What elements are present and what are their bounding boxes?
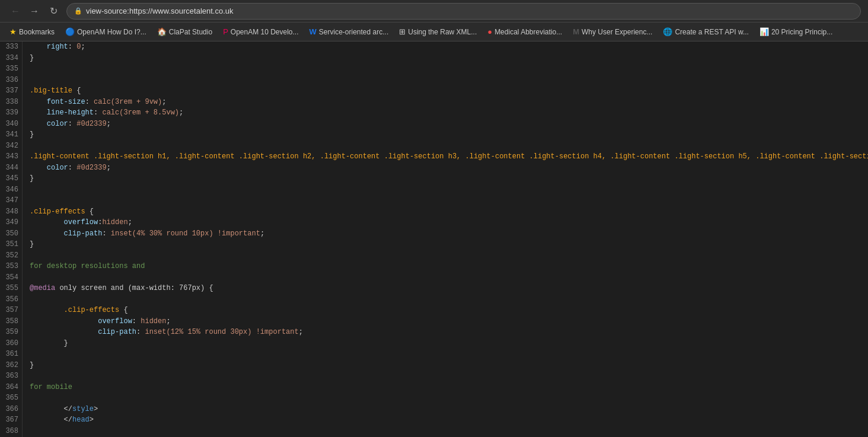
code-line <box>30 294 868 305</box>
code-line <box>30 250 868 261</box>
bookmark-item-medical[interactable]: ● Medical Abbreviatio... <box>483 25 567 38</box>
line-number: 364 <box>0 382 22 393</box>
code-line: } <box>30 338 868 349</box>
code-line: </style> <box>30 404 868 415</box>
forward-button[interactable]: → <box>26 3 43 20</box>
bookmark-label: Why User Experienc... <box>582 28 652 36</box>
code-line: clip-path: inset(12% 15% round 30px) !im… <box>30 327 868 338</box>
bookmark-label: OpenAM 10 Develo... <box>231 28 299 36</box>
code-line: } <box>30 53 868 64</box>
code-line <box>30 371 868 382</box>
code-line: color: #0d2339; <box>30 119 868 130</box>
bookmark-label: Service-oriented arc... <box>319 28 388 36</box>
code-line: .clip-effects { <box>30 305 868 316</box>
line-number: 350 <box>0 228 22 240</box>
code-line <box>30 272 868 283</box>
browser-chrome: ← → ↻ 🔒 view-source:https://www.sourceta… <box>0 0 868 23</box>
bookmark-label: 20 Pricing Princip... <box>771 28 832 36</box>
bookmarks-bar: ★ Bookmarks 🔵 OpenAM How Do I?... 🏠 ClaP… <box>0 23 868 42</box>
address-bar[interactable]: 🔒 view-source:https://www.sourcetalent.c… <box>66 3 861 20</box>
bookmark-icon-openam: 🔵 <box>65 27 75 36</box>
line-number: 362 <box>0 360 22 371</box>
bookmark-item-service[interactable]: W Service-oriented arc... <box>305 25 394 38</box>
star-icon: ★ <box>9 27 17 36</box>
line-number: 337 <box>0 85 22 97</box>
line-number: 357 <box>0 305 22 316</box>
code-line <box>30 75 868 86</box>
back-button[interactable]: ← <box>7 3 24 20</box>
bookmark-label: Create a REST API w... <box>675 28 749 36</box>
bookmark-icon-openam10: P <box>223 27 228 36</box>
code-line: .light-content .light-section h1, .light… <box>30 151 868 162</box>
line-number: 366 <box>0 404 22 415</box>
url-text: view-source:https://www.sourcetalent.co.… <box>86 7 234 15</box>
code-line <box>30 426 868 437</box>
bookmark-icon-rest-api: 🌐 <box>663 27 672 36</box>
line-number: 359 <box>0 327 22 338</box>
bookmark-item-bookmarks[interactable]: ★ Bookmarks <box>5 25 59 38</box>
bookmark-label: ClaPat Studio <box>169 28 212 36</box>
line-number: 346 <box>0 184 22 196</box>
bookmark-icon-rawxml: ⊞ <box>399 27 406 36</box>
code-line: .clip-effects { <box>30 206 868 218</box>
line-number: 344 <box>0 162 22 174</box>
bookmark-item-rawxml[interactable]: ⊞ Using the Raw XML... <box>394 25 481 38</box>
line-number: 338 <box>0 97 22 108</box>
nav-buttons: ← → ↻ <box>7 3 62 20</box>
lock-icon: 🔒 <box>74 7 82 15</box>
bookmark-icon-why-user: M <box>573 27 579 36</box>
line-number: 351 <box>0 239 22 250</box>
line-numbers: 3333343353363373383393403413423433443453… <box>0 42 23 437</box>
line-number: 333 <box>0 42 22 53</box>
line-number: 342 <box>0 141 22 152</box>
code-line <box>30 349 868 360</box>
code-line: @media only screen and (max-width: 767px… <box>30 283 868 294</box>
line-number: 363 <box>0 371 22 382</box>
line-number: 353 <box>0 261 22 272</box>
line-number: 336 <box>0 75 22 86</box>
code-line <box>30 184 868 196</box>
code-area[interactable]: right: 0;} .big-title { font-size: calc(… <box>23 42 868 437</box>
bookmark-label: OpenAM How Do I?... <box>77 28 146 36</box>
code-line: for desktop resolutions and <box>30 261 868 272</box>
code-line: for mobile <box>30 382 868 393</box>
line-number: 361 <box>0 349 22 360</box>
code-line: } <box>30 239 868 250</box>
line-number: 341 <box>0 129 22 141</box>
line-number: 334 <box>0 53 22 64</box>
bookmark-label: Using the Raw XML... <box>408 28 477 36</box>
bookmark-label: Bookmarks <box>19 28 55 36</box>
line-number: 365 <box>0 393 22 404</box>
bookmark-item-why-user[interactable]: M Why User Experienc... <box>568 25 657 38</box>
code-line: } <box>30 173 868 184</box>
line-number: 358 <box>0 316 22 327</box>
bookmark-label: Medical Abbreviatio... <box>494 28 562 36</box>
line-number: 339 <box>0 107 22 119</box>
bookmark-item-openam10[interactable]: P OpenAM 10 Develo... <box>218 25 303 38</box>
code-line: line-height: calc(3rem + 8.5vw); <box>30 107 868 119</box>
code-line <box>30 393 868 404</box>
line-number: 347 <box>0 195 22 206</box>
bookmark-icon-clapat: 🏠 <box>157 27 167 36</box>
code-line: .big-title { <box>30 85 868 97</box>
reload-button[interactable]: ↻ <box>45 3 62 20</box>
bookmark-item-rest-api[interactable]: 🌐 Create a REST API w... <box>658 25 754 38</box>
code-line: </head> <box>30 414 868 426</box>
bookmark-item-openam[interactable]: 🔵 OpenAM How Do I?... <box>60 25 151 38</box>
bookmark-icon-medical: ● <box>487 27 492 36</box>
line-number: 368 <box>0 426 22 437</box>
bookmark-item-pricing[interactable]: 📊 20 Pricing Princip... <box>755 25 837 38</box>
line-number: 355 <box>0 283 22 294</box>
line-number: 356 <box>0 294 22 305</box>
line-number: 352 <box>0 250 22 261</box>
code-line: clip-path: inset(4% 30% round 10px) !imp… <box>30 228 868 240</box>
line-number: 340 <box>0 119 22 130</box>
code-line: overflow: hidden; <box>30 316 868 327</box>
code-line: font-size: calc(3rem + 9vw); <box>30 97 868 108</box>
bookmark-item-clapat[interactable]: 🏠 ClaPat Studio <box>152 25 217 38</box>
code-line: } <box>30 360 868 371</box>
line-number: 354 <box>0 272 22 283</box>
code-line <box>30 141 868 152</box>
line-number: 348 <box>0 206 22 218</box>
line-number: 349 <box>0 217 22 228</box>
